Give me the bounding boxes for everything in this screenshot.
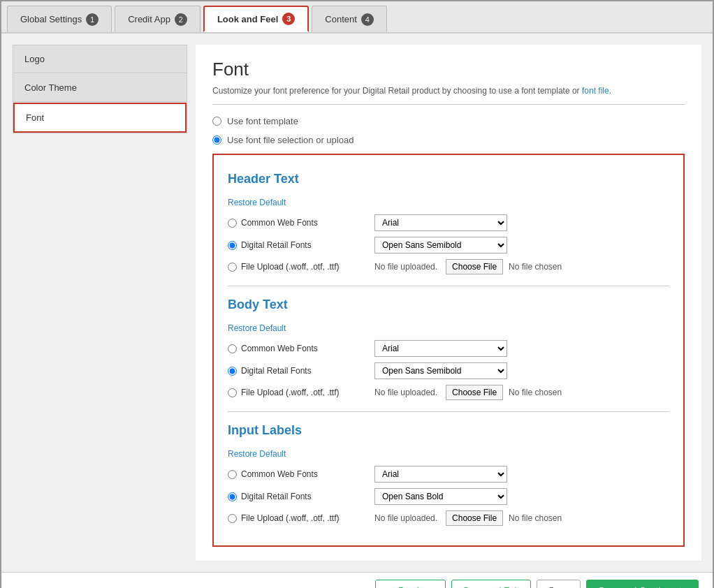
page-subtitle: Customize your font preference for your … [212,86,685,96]
body-digital-retail-radio[interactable] [228,367,237,376]
sidebar-item-logo[interactable]: Logo [13,45,187,73]
use-font-template-radio[interactable] [212,117,221,126]
tab-content[interactable]: Content 4 [312,6,387,32]
tab-credit-app-label: Credit App [128,14,170,24]
tab-look-and-feel-label: Look and Feel [217,14,278,24]
body-no-file-chosen: No file chosen [509,388,562,397]
body-common-web-fonts-label[interactable]: Common Web Fonts [228,344,367,353]
header-digital-retail-select[interactable]: Open Sans Semibold Open Sans Bold Open S… [374,237,507,253]
body-restore-link[interactable]: Restore Default [228,323,669,333]
body-file-upload-row: File Upload (.woff, .otf, .ttf) No file … [228,385,669,400]
input-file-upload-row: File Upload (.woff, .otf, .ttf) No file … [228,510,669,526]
use-font-file-label: Use font file selection or upload [227,135,354,145]
input-labels-title: Input Labels [228,423,669,438]
previous-button[interactable]: ◀ Previous [375,580,446,588]
input-file-upload-controls: No file uploaded. Choose File No file ch… [374,510,562,526]
header-common-web-fonts-label[interactable]: Common Web Fonts [228,218,367,228]
header-common-web-select[interactable]: Arial Times New Roman Georgia Verdana [374,214,507,231]
header-digital-retail-label[interactable]: Digital Retail Fonts [228,240,367,250]
body-file-upload-radio[interactable] [228,388,237,397]
tab-bar: Global Settings 1 Credit App 2 Look and … [1,1,713,34]
header-file-upload-controls: No file uploaded. Choose File No file ch… [374,259,562,274]
input-file-upload-label[interactable]: File Upload (.woff, .otf, .ttf) [228,513,367,523]
header-file-upload-label[interactable]: File Upload (.woff, .otf, .ttf) [228,262,367,272]
tab-credit-app[interactable]: Credit App 2 [115,6,201,32]
header-file-upload-row: File Upload (.woff, .otf, .ttf) No file … [228,259,669,274]
save-and-exit-button[interactable]: Save and Exit [451,580,531,588]
input-digital-retail-fonts-row: Digital Retail Fonts Open Sans Semibold … [228,488,669,505]
content-area: Font Customize your font preference for … [196,45,701,561]
body-digital-retail-label[interactable]: Digital Retail Fonts [228,366,367,376]
save-continue-icon: ▶ [680,585,687,588]
title-divider [212,104,685,105]
input-no-file-uploaded: No file uploaded. [374,513,437,523]
header-text-section: Header Text Restore Default Common Web F… [228,172,669,274]
body-common-web-fonts-row: Common Web Fonts Arial Times New Roman G… [228,340,669,357]
tab-global-settings-badge: 1 [86,13,99,26]
input-common-web-select[interactable]: Arial Times New Roman Georgia Verdana [374,466,507,483]
input-labels-section: Input Labels Restore Default Common Web … [228,423,669,526]
body-common-web-radio[interactable] [228,344,237,353]
header-digital-retail-radio[interactable] [228,241,237,250]
header-digital-retail-fonts-row: Digital Retail Fonts Open Sans Semibold … [228,237,669,253]
body-digital-retail-fonts-row: Digital Retail Fonts Open Sans Semibold … [228,362,669,379]
header-no-file-chosen: No file chosen [509,262,562,272]
body-common-web-select[interactable]: Arial Times New Roman Georgia Verdana [374,340,507,357]
tab-global-settings-label: Global Settings [20,14,82,24]
body-no-file-uploaded: No file uploaded. [374,388,437,397]
body-file-upload-controls: No file uploaded. Choose File No file ch… [374,385,562,400]
input-digital-retail-select[interactable]: Open Sans Semibold Open Sans Bold Open S… [374,488,507,505]
header-file-upload-radio[interactable] [228,263,237,272]
page-title: Font [212,59,685,80]
body-text-title: Body Text [228,297,669,312]
input-digital-retail-radio[interactable] [228,492,237,501]
input-file-upload-radio[interactable] [228,514,237,523]
use-font-file-option[interactable]: Use font file selection or upload [212,135,685,145]
tab-look-and-feel[interactable]: Look and Feel 3 [203,6,309,32]
header-text-title: Header Text [228,172,669,186]
tab-content-label: Content [325,14,357,24]
body-digital-retail-select[interactable]: Open Sans Semibold Open Sans Bold Open S… [374,362,507,379]
header-body-divider [228,286,669,286]
body-choose-file-button[interactable]: Choose File [446,385,503,400]
sidebar-item-font[interactable]: Font [13,103,187,133]
header-common-web-fonts-row: Common Web Fonts Arial Times New Roman G… [228,214,669,231]
save-and-continue-button[interactable]: Save and Continue ▶ [586,580,699,588]
font-file-link[interactable]: font file. [582,86,611,96]
tab-credit-app-badge: 2 [175,13,187,26]
input-no-file-chosen: No file chosen [509,513,562,523]
input-common-web-fonts-label[interactable]: Common Web Fonts [228,469,367,479]
body-text-section: Body Text Restore Default Common Web Fon… [228,297,669,400]
header-no-file-uploaded: No file uploaded. [374,262,437,272]
tab-content-badge: 4 [361,13,374,26]
use-font-template-label: Use font template [227,116,298,126]
sidebar-item-color-theme[interactable]: Color Theme [13,74,187,102]
sidebar: Logo Color Theme Font [13,45,187,133]
previous-icon: ◀ [387,585,394,588]
save-button[interactable]: Save [537,580,581,588]
input-digital-retail-label[interactable]: Digital Retail Fonts [228,492,367,501]
tab-look-and-feel-badge: 3 [282,13,295,25]
use-font-file-radio[interactable] [212,135,221,145]
use-font-template-option[interactable]: Use font template [212,116,685,126]
tab-global-settings[interactable]: Global Settings 1 [7,6,112,32]
header-common-web-radio[interactable] [228,219,237,228]
font-file-selection-box: Header Text Restore Default Common Web F… [212,154,685,547]
input-choose-file-button[interactable]: Choose File [446,510,503,526]
input-common-web-fonts-row: Common Web Fonts Arial Times New Roman G… [228,466,669,483]
header-restore-link[interactable]: Restore Default [228,198,669,207]
main-area: Logo Color Theme Font Font Customize you… [1,34,713,572]
body-file-upload-label[interactable]: File Upload (.woff, .otf, .ttf) [228,388,367,397]
input-common-web-radio[interactable] [228,470,237,479]
input-restore-link[interactable]: Restore Default [228,449,669,459]
header-choose-file-button[interactable]: Choose File [446,259,503,274]
footer: ◀ Previous Save and Exit Save Save and C… [1,572,713,588]
body-input-divider [228,411,669,412]
